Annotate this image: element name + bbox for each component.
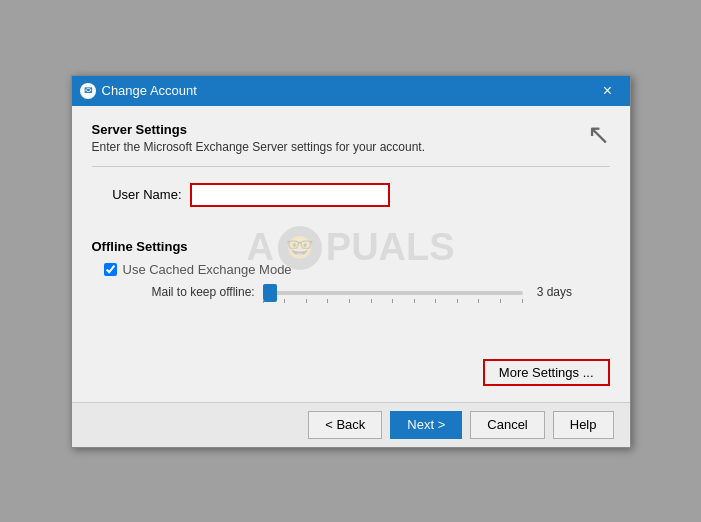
change-account-dialog: ✉ Change Account × Server Settings Enter… (71, 75, 631, 448)
section-subtitle: Enter the Microsoft Exchange Server sett… (92, 140, 426, 154)
form-section: User Name: (92, 183, 610, 219)
cursor-icon: ↖ (587, 118, 610, 151)
cached-mode-checkbox[interactable] (104, 263, 117, 276)
slider-label: Mail to keep offline: (152, 285, 255, 299)
username-label: User Name: (92, 187, 182, 202)
header-text: Server Settings Enter the Microsoft Exch… (92, 122, 426, 154)
header-section: Server Settings Enter the Microsoft Exch… (92, 122, 610, 167)
offline-section: Offline Settings Use Cached Exchange Mod… (92, 239, 610, 299)
slider-row: Mail to keep offline: (152, 285, 610, 299)
next-button[interactable]: Next > (390, 411, 462, 439)
window-title: Change Account (102, 83, 197, 98)
dialog-footer: < Back Next > Cancel Help (72, 402, 630, 447)
slider-value: 3 days (537, 285, 572, 299)
close-button[interactable]: × (594, 81, 622, 101)
dialog-content: Server Settings Enter the Microsoft Exch… (72, 106, 630, 402)
cached-mode-row: Use Cached Exchange Mode (104, 262, 610, 277)
more-settings-area: More Settings ... (92, 299, 610, 386)
help-button[interactable]: Help (553, 411, 614, 439)
back-button[interactable]: < Back (308, 411, 382, 439)
offline-title: Offline Settings (92, 239, 610, 254)
titlebar-left: ✉ Change Account (80, 83, 197, 99)
app-icon: ✉ (80, 83, 96, 99)
more-settings-button[interactable]: More Settings ... (483, 359, 610, 386)
titlebar: ✉ Change Account × (72, 76, 630, 106)
cached-mode-label: Use Cached Exchange Mode (123, 262, 292, 277)
section-title: Server Settings (92, 122, 426, 137)
username-input[interactable] (190, 183, 390, 207)
username-row: User Name: (92, 183, 610, 207)
cancel-button[interactable]: Cancel (470, 411, 544, 439)
slider-track[interactable] (263, 291, 523, 295)
